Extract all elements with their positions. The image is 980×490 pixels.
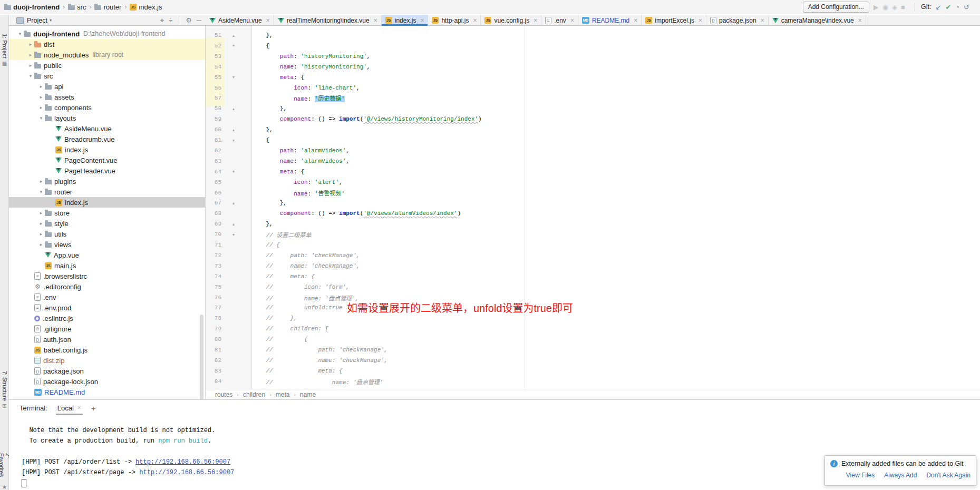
code-line-51[interactable]: 51▴ }, <box>206 30 979 41</box>
terminal-link[interactable]: http://192.168.66.56:9007 <box>135 458 230 466</box>
close-icon[interactable]: × <box>374 17 377 24</box>
locate-icon[interactable]: ⌖ <box>160 17 164 24</box>
code-line-61[interactable]: 61▾ { <box>206 135 979 145</box>
code-line-81[interactable]: 81 // path: 'checkManage', <box>206 345 979 355</box>
editor-breadcrumb-item[interactable]: meta <box>276 391 290 398</box>
code-line-52[interactable]: 52▾ { <box>206 41 979 51</box>
code-line-80[interactable]: 80 // { <box>206 334 979 345</box>
close-icon[interactable]: × <box>266 17 270 24</box>
close-icon[interactable]: × <box>761 17 764 24</box>
editor-breadcrumb-item[interactable]: routes <box>215 391 232 398</box>
tree-item-store[interactable]: ▸store <box>9 208 205 218</box>
tree-item-readme-md[interactable]: MDREADME.md <box>9 387 205 397</box>
tree-item-public[interactable]: ▸public <box>9 60 205 71</box>
tree-item-duoji-frontend[interactable]: ▾duoji-frontendD:\zheheWeb\duoji-fronten… <box>9 28 205 39</box>
tab-package-json[interactable]: {}package.json× <box>706 15 769 26</box>
tree-item--browserslistrc[interactable]: ≡.browserslistrc <box>9 271 205 281</box>
tab-index-js[interactable]: JSindex.js× <box>382 15 429 26</box>
tree-item-package-lock-json[interactable]: {}package-lock.json <box>9 376 205 387</box>
tree-item-index-js[interactable]: JSindex.js <box>9 144 205 155</box>
code-line-75[interactable]: 75 // icon: 'form', <box>206 282 979 292</box>
code-line-76[interactable]: 76 // name: '盘点管理', <box>206 292 979 303</box>
chevron-closed-icon[interactable]: ▸ <box>37 221 45 226</box>
chevron-closed-icon[interactable]: ▸ <box>37 105 45 110</box>
fold-marker-icon[interactable]: ▴ <box>231 128 236 132</box>
tree-item-asidemenu-vue[interactable]: AsideMenu.vue <box>9 123 205 134</box>
terminal-tab-local[interactable]: Local × <box>56 400 83 416</box>
sidebar-item-project[interactable]: 1: Project▦ <box>0 34 9 66</box>
code-line-84[interactable]: 84 // name: '盘点管理' <box>206 376 979 387</box>
close-icon[interactable]: × <box>77 404 81 411</box>
tree-item-index-js[interactable]: JSindex.js <box>9 197 205 208</box>
code-line-55[interactable]: 55▾ meta: { <box>206 72 979 83</box>
terminal-link[interactable]: http://192.168.66.56:9007 <box>139 469 234 476</box>
fold-marker-icon[interactable]: ▴ <box>231 201 236 205</box>
tree-item-app-vue[interactable]: App.vue <box>9 250 205 260</box>
fold-marker-icon[interactable]: ▾ <box>231 138 236 143</box>
code-line-78[interactable]: 78 // }, <box>206 313 979 324</box>
chevron-closed-icon[interactable]: ▸ <box>37 242 45 247</box>
code-line-68[interactable]: 68 component: () => import('@/views/alar… <box>206 208 979 219</box>
tree-item-breadcrumb-vue[interactable]: Breadcrumb.vue <box>9 134 205 144</box>
settings-icon[interactable]: ⚙ <box>186 17 192 24</box>
fold-marker-icon[interactable]: ▴ <box>231 106 236 111</box>
code-line-54[interactable]: 54 name: 'historyMonitoring', <box>206 62 979 72</box>
history-icon[interactable]: ◔ <box>955 4 959 11</box>
close-icon[interactable]: × <box>698 17 702 24</box>
update-project-icon[interactable]: ↙ <box>935 4 941 11</box>
code-line-73[interactable]: 73 // name: 'checkManage', <box>206 261 979 271</box>
code-line-60[interactable]: 60▴ }, <box>206 124 979 135</box>
code-line-70[interactable]: 70▾ // 设置二级菜单 <box>206 229 979 240</box>
tree-item-style[interactable]: ▸style <box>9 218 205 229</box>
tree-item-dist-zip[interactable]: dist.zip <box>9 355 205 366</box>
tree-item--gitignore[interactable]: ⊘.gitignore <box>9 324 205 334</box>
tree-item-views[interactable]: ▸views <box>9 239 205 250</box>
chevron-closed-icon[interactable]: ▸ <box>27 52 34 57</box>
chevron-open-icon[interactable]: ▾ <box>16 31 24 36</box>
add-configuration-button[interactable]: Add Configuration... <box>803 2 869 13</box>
chevron-down-icon[interactable]: ▾ <box>50 18 52 23</box>
code-line-57[interactable]: 57 name: '历史数据' <box>206 93 979 103</box>
breadcrumb-item[interactable]: JSindex.js <box>130 3 162 11</box>
tree-item--env[interactable]: ≡.env <box>9 292 205 302</box>
chevron-closed-icon[interactable]: ▸ <box>37 210 45 215</box>
new-terminal-button[interactable]: + <box>91 404 96 413</box>
chevron-closed-icon[interactable]: ▸ <box>37 94 45 100</box>
code-line-77[interactable]: 77 // unfold:true <box>206 302 979 313</box>
tree-item-pagecontent-vue[interactable]: PageContent.vue <box>9 155 205 165</box>
notification-action-always-add[interactable]: Always Add <box>884 472 917 479</box>
tree-scrollbar[interactable] <box>200 315 203 399</box>
fold-marker-icon[interactable]: ▾ <box>231 43 236 48</box>
tree-item-babel-config-js[interactable]: JSbabel.config.js <box>9 345 205 355</box>
breadcrumb-item[interactable]: src <box>68 3 86 11</box>
tab-realtimemonitoring-index-vue[interactable]: realTimeMonitoring\index.vue× <box>274 15 382 26</box>
tree-item-package-json[interactable]: {}package.json <box>9 366 205 376</box>
code-line-59[interactable]: 59 component: () => import('@/views/hist… <box>206 114 979 124</box>
code-line-67[interactable]: 67▴ }, <box>206 198 979 208</box>
tab--env[interactable]: ≡.env× <box>541 15 578 26</box>
tab-http-api-js[interactable]: JShttp-api.js× <box>428 15 481 26</box>
breadcrumb-item[interactable]: duoji-frontend <box>4 3 60 11</box>
tree-item-components[interactable]: ▸components <box>9 102 205 113</box>
chevron-open-icon[interactable]: ▾ <box>37 189 45 194</box>
code-line-83[interactable]: 83 // meta: { <box>206 366 979 376</box>
code-line-66[interactable]: 66 name: '告警视频' <box>206 188 979 198</box>
code-line-58[interactable]: 58▴ }, <box>206 103 979 114</box>
editor-breadcrumb-item[interactable]: name <box>300 391 316 398</box>
tab-importexcel-js[interactable]: JSimportExcel.js× <box>642 15 706 26</box>
code-line-71[interactable]: 71 // { <box>206 240 979 250</box>
chevron-closed-icon[interactable]: ▸ <box>27 42 34 47</box>
close-icon[interactable]: × <box>420 17 424 24</box>
tree-item-router[interactable]: ▾router <box>9 187 205 197</box>
sidebar-item-structure[interactable]: 7: Structure⊞ <box>0 371 9 408</box>
close-icon[interactable]: × <box>533 17 537 24</box>
chevron-open-icon[interactable]: ▾ <box>37 115 45 121</box>
tab-readme-md[interactable]: MDREADME.md× <box>578 15 642 26</box>
notification-action-view-files[interactable]: View Files <box>846 472 875 479</box>
chevron-open-icon[interactable]: ▾ <box>27 73 34 79</box>
sidebar-item-favorites[interactable]: 2: Favorites★ <box>0 453 9 490</box>
fold-marker-icon[interactable]: ▾ <box>231 232 236 237</box>
chevron-closed-icon[interactable]: ▸ <box>37 231 45 237</box>
code-editor[interactable]: 51▴ },52▾ {53 path: 'historyMonitoring',… <box>206 26 980 389</box>
tree-item-plugins[interactable]: ▸plugins <box>9 176 205 187</box>
